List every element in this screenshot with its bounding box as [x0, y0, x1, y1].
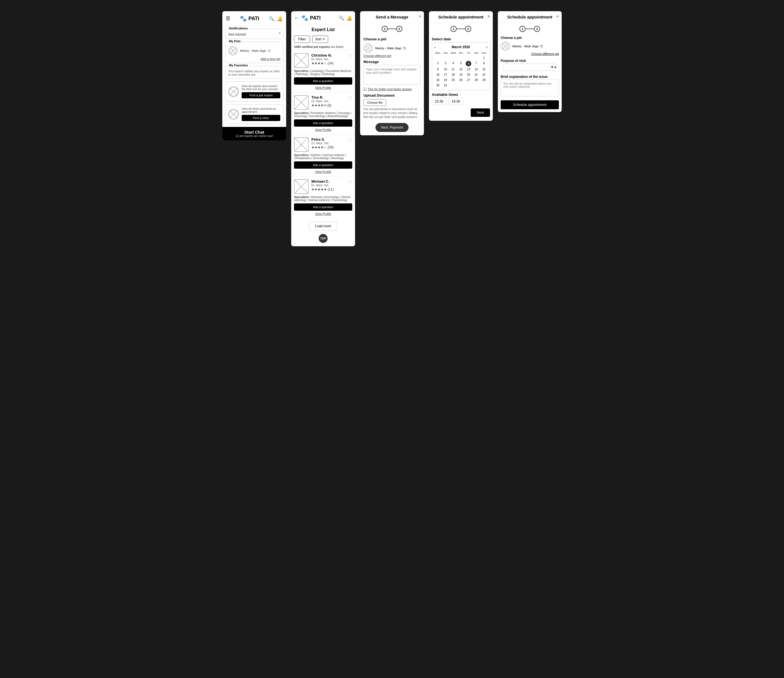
- brief-explanation-textarea[interactable]: [501, 79, 559, 97]
- send-message-header: Send a Message ×: [360, 11, 424, 23]
- cal-day-4[interactable]: 4: [450, 61, 457, 66]
- form-choose-pet-label: Choose a pet: [501, 36, 559, 40]
- view-profile-link-4[interactable]: View Profile: [294, 212, 352, 215]
- choose-file-button[interactable]: Choose file: [364, 99, 386, 106]
- cal-day-25[interactable]: 25: [450, 78, 457, 83]
- schedule-appointment-screen: Schedule appointment × 1 2 Select date ‹…: [429, 11, 493, 121]
- cal-day-6-today[interactable]: 6: [466, 61, 471, 66]
- bell-icon-2[interactable]: 🔔: [347, 16, 352, 21]
- sort-button[interactable]: Sort ▼: [312, 36, 328, 43]
- cal-day-30[interactable]: 30: [434, 83, 441, 88]
- next-payment-button[interactable]: Next: Payment: [375, 123, 409, 132]
- find-expert-button[interactable]: Find a pet expert: [242, 92, 280, 98]
- info-icon: ⓘ: [364, 87, 367, 91]
- load-more-button[interactable]: Load more: [309, 221, 337, 231]
- cal-day-5[interactable]: 5: [457, 61, 464, 66]
- find-clinic-button[interactable]: Find a clinic: [242, 115, 280, 121]
- close-schedule-icon[interactable]: ×: [487, 14, 490, 19]
- expert-card-2: Tina R. Dr. Med. Vet. ★★★★½ (8) ♡ Specia…: [291, 92, 355, 134]
- schedule-form-title: Schedule appointment: [507, 14, 552, 19]
- find-expert-icon: [228, 86, 239, 97]
- schedule-step-line: [457, 28, 465, 29]
- add-pet-link[interactable]: Add a new pet: [228, 57, 280, 61]
- close-notifications-icon[interactable]: ×: [278, 31, 281, 35]
- cal-day-9[interactable]: 9: [434, 67, 441, 72]
- purpose-of-visit-select[interactable]: [504, 64, 556, 71]
- cal-day-2[interactable]: 2: [434, 61, 441, 66]
- cal-day-18[interactable]: 18: [450, 72, 457, 77]
- cal-day-7[interactable]: 7: [473, 61, 480, 66]
- favorite-icon-4[interactable]: ♡: [348, 179, 352, 185]
- notifications-label: Notifications: [228, 26, 249, 30]
- hamburger-icon[interactable]: ☰: [226, 16, 230, 22]
- expert-degree-3: Dr. Med. Vet.: [311, 142, 352, 145]
- cal-day-12[interactable]: 12: [457, 67, 464, 72]
- expert-photo-3: [294, 137, 308, 152]
- favorite-icon-1[interactable]: ♡: [348, 53, 352, 59]
- next-button[interactable]: Next: [471, 108, 490, 117]
- expert-card-top-2: Tina R. Dr. Med. Vet. ★★★★½ (8) ♡: [294, 95, 352, 110]
- cal-day-17[interactable]: 17: [442, 72, 449, 77]
- view-profile-link-2[interactable]: View Profile: [294, 128, 352, 131]
- view-profile-link-3[interactable]: View Profile: [294, 170, 352, 173]
- top-button[interactable]: TOP: [319, 234, 328, 243]
- cal-day-11[interactable]: 11: [450, 67, 457, 72]
- cal-next-icon[interactable]: ›: [486, 45, 487, 49]
- cal-day-1[interactable]: 1: [481, 56, 487, 60]
- schedule-form-header: Schedule appointment ×: [498, 11, 562, 23]
- brief-explanation-label: Brief explanation of the issue: [498, 73, 562, 79]
- cal-day-20[interactable]: 20: [465, 72, 472, 77]
- expert-degree-4: Dr. Med. Vet.: [311, 184, 352, 187]
- cal-day-13[interactable]: 13: [465, 67, 472, 72]
- cal-day-22[interactable]: 22: [481, 72, 487, 77]
- ask-question-button-1[interactable]: Ask a question: [294, 77, 352, 85]
- cal-day-31[interactable]: 31: [442, 83, 449, 88]
- filter-button[interactable]: Filter: [294, 36, 310, 43]
- cal-day-19[interactable]: 19: [457, 72, 464, 77]
- tips-link[interactable]: ⓘ Tips for better and faster answer: [360, 86, 424, 92]
- cal-day-8[interactable]: 8: [481, 61, 487, 66]
- cal-day-28[interactable]: 28: [473, 78, 480, 83]
- sort-arrow-icon: ▼: [322, 38, 325, 41]
- search-icon-2[interactable]: 🔍: [339, 16, 344, 21]
- favorite-icon-3[interactable]: ♡: [348, 137, 352, 143]
- schedule-appointment-button[interactable]: Schedule appointment: [501, 100, 559, 109]
- cal-day-23[interactable]: 23: [434, 78, 441, 83]
- close-message-icon[interactable]: ×: [418, 14, 421, 19]
- search-icon[interactable]: 🔍: [269, 16, 274, 21]
- cal-day-15[interactable]: 15: [481, 67, 487, 72]
- cal-day-21[interactable]: 21: [473, 72, 480, 77]
- cal-day-3[interactable]: 3: [442, 61, 449, 66]
- ask-question-button-2[interactable]: Ask a question: [294, 119, 352, 127]
- send-message-title: Send a Message: [376, 14, 409, 19]
- start-chat-bar[interactable]: Start Chat 12 pet experts are online now…: [222, 127, 286, 140]
- close-schedule-form-icon[interactable]: ×: [556, 14, 559, 19]
- schedule-step-indicator: 1 2: [429, 23, 493, 35]
- cal-day-27[interactable]: 27: [465, 78, 472, 83]
- cal-day-29[interactable]: 29: [481, 78, 487, 83]
- time-slot-1630[interactable]: 16:30: [448, 98, 463, 105]
- ask-question-button-4[interactable]: Ask a question: [294, 203, 352, 211]
- expert-info-3: Petra S. Dr. Med. Vet. ★★★★☆ (59): [311, 137, 352, 149]
- expert-stars-2: ★★★★½ (8): [311, 103, 352, 107]
- upload-title: Upload Document: [364, 93, 420, 98]
- message-textarea[interactable]: [364, 65, 420, 85]
- cal-day-fri: Fri: [465, 51, 472, 55]
- cal-day-10[interactable]: 10: [442, 67, 449, 72]
- time-slot-1530[interactable]: 15:30: [432, 98, 446, 105]
- ask-question-button-3[interactable]: Ask a question: [294, 161, 352, 169]
- bell-icon[interactable]: 🔔: [277, 16, 283, 21]
- cal-day-26[interactable]: 26: [457, 78, 464, 83]
- cal-day-24[interactable]: 24: [442, 78, 449, 83]
- back-icon[interactable]: ←: [294, 15, 299, 21]
- cal-prev-icon[interactable]: ‹: [434, 45, 436, 49]
- favorite-icon-2[interactable]: ♡: [348, 95, 352, 101]
- cal-day-14[interactable]: 14: [473, 67, 480, 72]
- form-choose-different-link[interactable]: Choose different pet: [501, 52, 559, 56]
- cal-day-16[interactable]: 16: [434, 72, 441, 77]
- expert-name-3: Petra S.: [311, 137, 352, 142]
- schedule-step-1: 1: [451, 26, 457, 32]
- expert-list-title: Expert List: [312, 27, 335, 32]
- choose-different-pet-link[interactable]: Choose different pet: [360, 54, 424, 58]
- view-profile-link-1[interactable]: View Profile: [294, 86, 352, 89]
